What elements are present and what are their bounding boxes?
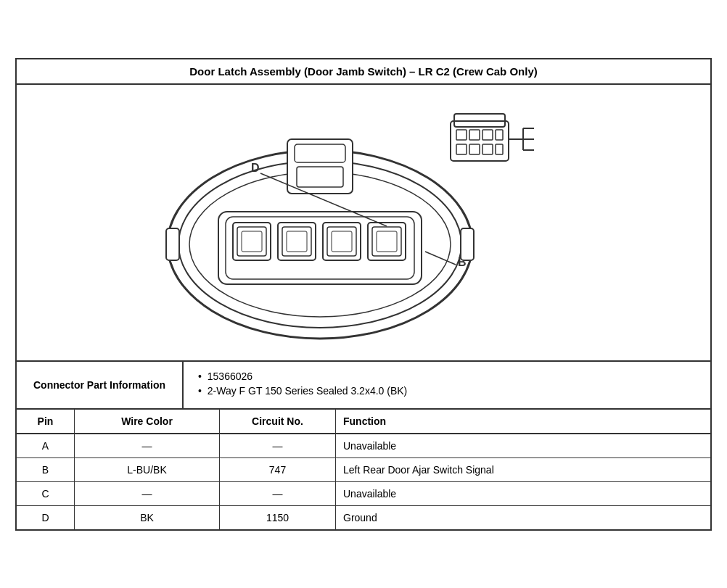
svg-rect-37	[166, 228, 179, 260]
svg-rect-4	[482, 130, 493, 140]
header-circuit-no: Circuit No.	[220, 410, 336, 433]
cell-function-a: Unavailable	[336, 434, 710, 457]
table-row: D BK 1150 Ground	[17, 506, 710, 529]
cell-function-c: Unavailable	[336, 482, 710, 505]
connector-info-content: 15366026 2-Way F GT 150 Series Sealed 3.…	[184, 362, 710, 408]
svg-rect-5	[496, 130, 503, 140]
header-function: Function	[336, 410, 710, 433]
cell-wire-c: —	[75, 482, 220, 505]
main-container: Door Latch Assembly (Door Jamb Switch) –…	[15, 58, 712, 531]
cell-circuit-b: 747	[220, 458, 336, 481]
cell-pin-a: A	[17, 434, 75, 457]
cell-function-b: Left Rear Door Ajar Switch Signal	[336, 458, 710, 481]
cell-function-d: Ground	[336, 506, 710, 529]
cell-pin-b: B	[17, 458, 75, 481]
cell-circuit-a: —	[220, 434, 336, 457]
svg-rect-3	[469, 130, 480, 140]
cell-wire-d: BK	[75, 506, 220, 529]
connector-info-list: 15366026 2-Way F GT 150 Series Sealed 3.…	[198, 370, 696, 397]
svg-rect-7	[469, 144, 480, 154]
svg-rect-9	[496, 144, 503, 154]
cell-circuit-c: —	[220, 482, 336, 505]
cell-circuit-d: 1150	[220, 506, 336, 529]
svg-rect-38	[461, 228, 474, 260]
header-wire-color: Wire Color	[75, 410, 220, 433]
connector-info-item-1: 15366026	[198, 370, 696, 382]
connector-diagram: D B	[139, 99, 588, 346]
cell-pin-d: D	[17, 506, 75, 529]
svg-rect-8	[482, 144, 493, 154]
table-header-row: Pin Wire Color Circuit No. Function	[17, 410, 710, 434]
svg-rect-2	[456, 130, 467, 140]
connector-info-label: Connector Part Information	[17, 362, 184, 408]
diagram-area: D B	[17, 85, 710, 362]
connector-info-row: Connector Part Information 15366026 2-Wa…	[17, 362, 710, 410]
table-row: C — — Unavailable	[17, 482, 710, 506]
cell-wire-a: —	[75, 434, 220, 457]
connector-info-item-2: 2-Way F GT 150 Series Sealed 3.2x4.0 (BK…	[198, 385, 696, 397]
svg-rect-6	[456, 144, 467, 154]
d-label: D	[251, 162, 260, 174]
page-title: Door Latch Assembly (Door Jamb Switch) –…	[189, 65, 538, 78]
table-section: Pin Wire Color Circuit No. Function A — …	[17, 410, 710, 529]
table-row: A — — Unavailable	[17, 434, 710, 458]
header-pin: Pin	[17, 410, 75, 433]
svg-line-36	[425, 252, 456, 265]
cell-wire-b: L-BU/BK	[75, 458, 220, 481]
title-bar: Door Latch Assembly (Door Jamb Switch) –…	[17, 59, 710, 85]
table-row: B L-BU/BK 747 Left Rear Door Ajar Switch…	[17, 458, 710, 482]
connector-info-label-text: Connector Part Information	[33, 379, 165, 391]
cell-pin-c: C	[17, 482, 75, 505]
